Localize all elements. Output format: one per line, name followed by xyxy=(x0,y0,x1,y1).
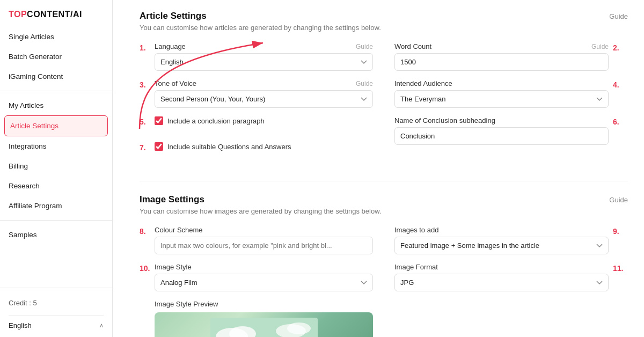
logo-rest: CONTENT/AI xyxy=(27,10,82,19)
language-row[interactable]: English ∧ xyxy=(9,316,104,337)
wordcount-guide: Guide xyxy=(591,43,609,50)
logo: TOPCONTENT/AI xyxy=(0,0,112,27)
conclusion-checkbox-label: Include a conclusion paragraph xyxy=(167,117,265,125)
main-content: Article Settings Guide You can customise… xyxy=(113,0,644,337)
sidebar-item-batch-generator[interactable]: Batch Generator xyxy=(0,47,112,67)
imageformat-select[interactable]: JPG PNG WEBP xyxy=(394,274,609,291)
sidebar: TOPCONTENT/AI Single Articles Batch Gene… xyxy=(0,0,113,337)
language-field-row: 1. Language Guide English Spanish French xyxy=(140,42,373,71)
audience-label-row: Intended Audience xyxy=(394,79,609,87)
imagestoadd-label: Images to add xyxy=(394,226,438,234)
conclusion-sub-label: Name of Conclusion subheading xyxy=(394,116,495,124)
article-settings-grid: 1. Language Guide English Spanish French… xyxy=(140,42,628,168)
sidebar-item-affiliate-program[interactable]: Affiliate Program xyxy=(0,196,112,216)
section-separator xyxy=(140,181,628,181)
language-label-row: Language Guide xyxy=(155,42,373,50)
qa-checkbox-wrap: Include suitable Questions and Answers xyxy=(155,142,291,151)
svg-point-5 xyxy=(287,323,311,334)
conclusion-sub-number: 6. xyxy=(613,116,628,126)
imageformat-label-row: Image Format xyxy=(394,263,609,271)
tone-field-row: 3. Tone of Voice Guide Second Person (Yo… xyxy=(140,79,373,108)
qa-check-number: 7. xyxy=(140,142,155,152)
logo-top: TOP xyxy=(9,10,27,19)
tone-label-row: Tone of Voice Guide xyxy=(155,79,373,87)
nav-divider-1 xyxy=(0,91,112,91)
dino-illustration xyxy=(210,318,318,337)
colour-label: Colour Scheme xyxy=(155,226,203,234)
wordcount-input[interactable] xyxy=(394,53,609,71)
imagestoadd-select[interactable]: Featured image + Some images in the arti… xyxy=(394,237,609,254)
article-settings-desc: You can customise how articles are gener… xyxy=(140,24,628,32)
imagestoadd-label-row: Images to add xyxy=(394,226,609,234)
sidebar-item-single-articles[interactable]: Single Articles xyxy=(0,27,112,47)
imageformat-label: Image Format xyxy=(394,263,438,271)
nav-divider-2 xyxy=(0,220,112,221)
colour-wrap: Colour Scheme xyxy=(155,226,373,254)
preview-label-text: Image Style Preview xyxy=(155,300,373,308)
imagestyle-field-row: 10. Image Style Analog Film Realistic Ca… xyxy=(140,263,373,291)
tone-number: 3. xyxy=(140,79,155,89)
imagestoadd-number: 9. xyxy=(613,226,628,236)
article-settings-right: Word Count Guide 2. Intended Audience Th… xyxy=(394,42,628,168)
imagestyle-number: 10. xyxy=(140,263,155,273)
tone-wrap: Tone of Voice Guide Second Person (You, … xyxy=(155,79,373,108)
audience-field-row: Intended Audience The Everyman Experts B… xyxy=(394,79,628,108)
colour-field-row: 8. Colour Scheme xyxy=(140,226,373,254)
audience-wrap: Intended Audience The Everyman Experts B… xyxy=(394,79,609,108)
article-settings-left: 1. Language Guide English Spanish French… xyxy=(140,42,373,168)
sidebar-item-integrations[interactable]: Integrations xyxy=(0,136,112,156)
language-guide: Guide xyxy=(356,43,373,50)
sidebar-item-article-settings[interactable]: Article Settings xyxy=(4,115,108,136)
sidebar-item-my-articles[interactable]: My Articles xyxy=(0,96,112,115)
language-chevron-icon: ∧ xyxy=(99,322,104,329)
imagestoadd-wrap: Images to add Featured image + Some imag… xyxy=(394,226,609,254)
language-select[interactable]: English Spanish French xyxy=(155,53,373,71)
conclusion-sub-input[interactable] xyxy=(394,127,609,145)
audience-label: Intended Audience xyxy=(394,79,452,87)
imagestyle-wrap: Image Style Analog Film Realistic Cartoo… xyxy=(155,263,373,291)
tone-label: Tone of Voice xyxy=(155,79,196,87)
wordcount-number: 2. xyxy=(613,42,628,52)
tone-guide: Guide xyxy=(356,80,373,87)
audience-select[interactable]: The Everyman Experts Beginners xyxy=(394,90,609,108)
conclusion-checkbox[interactable] xyxy=(155,116,163,125)
language-number: 1. xyxy=(140,42,155,52)
imagestoadd-field-row: Images to add Featured image + Some imag… xyxy=(394,226,628,254)
language-label: English xyxy=(9,321,32,329)
image-settings-left: 8. Colour Scheme 10. Image Style Analog … xyxy=(140,226,373,337)
sidebar-item-research[interactable]: Research xyxy=(0,176,112,196)
sidebar-item-igaming-content[interactable]: iGaming Content xyxy=(0,67,112,86)
imagestyle-label: Image Style xyxy=(155,263,192,271)
tone-select[interactable]: Second Person (You, Your, Yours) First P… xyxy=(155,90,373,108)
image-settings-header: Image Settings Guide xyxy=(140,194,628,205)
conclusion-checkbox-wrap: Include a conclusion paragraph xyxy=(155,116,265,125)
image-settings-title: Image Settings xyxy=(140,194,204,205)
qa-check-row: 7. Include suitable Questions and Answer… xyxy=(140,142,373,159)
language-label: Language xyxy=(155,42,186,50)
sidebar-item-billing[interactable]: Billing xyxy=(0,156,112,176)
article-settings-header: Article Settings Guide xyxy=(140,11,628,21)
article-settings-guide[interactable]: Guide xyxy=(609,12,628,20)
conclusion-sub-label-row: Name of Conclusion subheading xyxy=(394,116,609,124)
qa-checkbox[interactable] xyxy=(155,142,163,151)
sidebar-item-samples[interactable]: Samples xyxy=(0,225,112,245)
colour-input[interactable] xyxy=(155,237,373,254)
wordcount-label: Word Count xyxy=(394,42,431,50)
image-settings-right: Images to add Featured image + Some imag… xyxy=(394,226,628,337)
colour-label-row: Colour Scheme xyxy=(155,226,373,234)
article-settings-title: Article Settings xyxy=(140,11,207,21)
audience-number: 4. xyxy=(613,79,628,89)
imagestyle-select[interactable]: Analog Film Realistic Cartoon xyxy=(155,274,373,291)
imageformat-number: 11. xyxy=(613,263,628,273)
qa-checkbox-label: Include suitable Questions and Answers xyxy=(167,143,291,151)
credit-label: Credit : 5 xyxy=(9,296,104,312)
image-style-preview xyxy=(155,312,373,337)
imageformat-field-row: Image Format JPG PNG WEBP 11. xyxy=(394,263,628,291)
sidebar-bottom: Credit : 5 English ∧ xyxy=(0,288,112,337)
image-settings-desc: You can customise how images are generat… xyxy=(140,207,628,215)
preview-label: Image Style Preview xyxy=(155,300,373,337)
image-settings-guide[interactable]: Guide xyxy=(609,196,628,204)
conclusion-sub-field-row: Name of Conclusion subheading 6. xyxy=(394,116,628,145)
wordcount-wrap: Word Count Guide xyxy=(394,42,609,71)
imagestyle-label-row: Image Style xyxy=(155,263,373,271)
